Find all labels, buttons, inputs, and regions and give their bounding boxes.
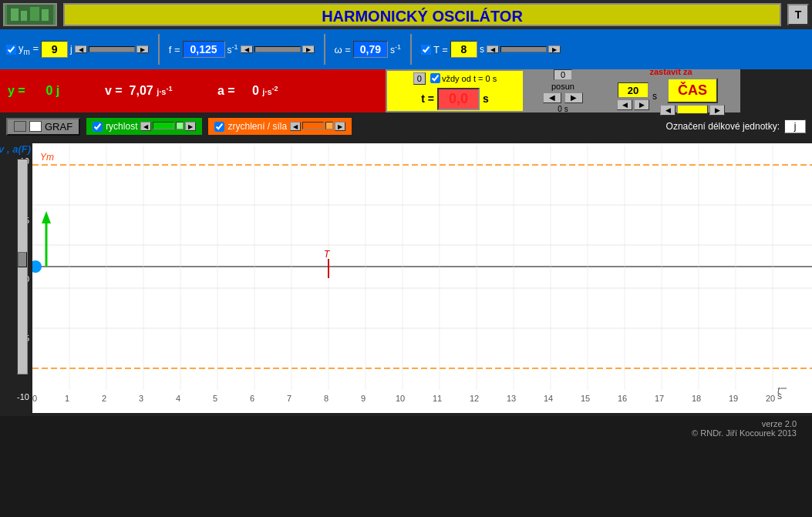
omega-unit: s-1 — [390, 43, 401, 55]
x-17: 17 — [655, 394, 664, 403]
stop-unit: s — [652, 91, 657, 102]
accel-slider[interactable] — [302, 122, 324, 129]
status-left: y = 0 j v = 7,07 j·s-1 a = 0 j·s-2 — [0, 69, 386, 112]
T-left-btn[interactable]: ◀ — [487, 45, 499, 53]
graph-container: Ym T 0 1 2 3 4 5 6 7 8 9 10 11 12 13 14 … — [32, 143, 812, 413]
x-5: 5 — [213, 394, 217, 403]
accel-left-btn[interactable]: ◀ — [290, 122, 301, 131]
accel-color-btn[interactable] — [325, 122, 333, 129]
f-right-btn[interactable]: ▶ — [302, 45, 315, 53]
ym-left-btn[interactable]: ◀ — [75, 45, 87, 53]
accel-right-btn[interactable]: ▶ — [335, 122, 345, 131]
cas-arrows: ◀ ▶ — [660, 105, 725, 116]
reset-row: 0 vždy od t = 0 s — [413, 72, 497, 85]
time-section: 0 vždy od t = 0 s t = 0,0 s — [386, 69, 524, 112]
omega-value[interactable]: 0,79 — [353, 41, 388, 58]
y-slider-track[interactable] — [17, 159, 28, 374]
time-display: t = 0,0 s — [421, 88, 489, 110]
f-slider[interactable] — [254, 46, 301, 52]
v-display: v = 7,07 j·s-1 — [105, 84, 205, 98]
x-12: 12 — [470, 394, 479, 403]
graf-label: GRAF — [45, 121, 72, 133]
speed-checkbox[interactable] — [93, 122, 103, 132]
T-controls: ◀ ▶ — [487, 45, 561, 53]
y-unit: j — [56, 84, 59, 97]
x-8: 8 — [324, 394, 329, 403]
cas-right-btn[interactable]: ▶ — [709, 105, 725, 116]
stop-arrows: ◀ ▶ — [617, 99, 649, 110]
T-slider[interactable] — [500, 46, 547, 52]
speed-left-btn[interactable]: ◀ — [140, 122, 151, 131]
ym-checkbox-group — [6, 45, 16, 55]
T-checkbox[interactable] — [421, 45, 431, 55]
ym-unit: j — [70, 44, 72, 55]
accel-label: zrychlení / síla — [227, 121, 287, 132]
T-checkbox-group — [421, 45, 431, 55]
f-value[interactable]: 0,125 — [183, 41, 225, 58]
graph-area: y, v , a(F) 10 5 0 -5 -10 — [0, 140, 812, 416]
x-20: 20 — [766, 394, 775, 403]
graph-controls: GRAF rychlost ◀ ▶ zrychlení / síla ◀ ▶ O… — [0, 112, 812, 140]
cas-controls: ČAS ◀ ▶ — [660, 78, 725, 116]
speed-label: rychlost — [106, 121, 137, 132]
a-unit: j·s-2 — [262, 87, 278, 96]
v-value: 7,07 — [130, 84, 153, 97]
version-text: verze 2.0 — [15, 419, 797, 428]
T-value[interactable]: 8 — [450, 41, 477, 58]
posun-right-btn[interactable]: ▶ — [564, 92, 583, 103]
header: HARMONICKÝ OSCILÁTOR T — [0, 0, 812, 29]
x-0: 0 — [32, 394, 37, 403]
accel-checkbox[interactable] — [214, 122, 224, 132]
posun-left-btn[interactable]: ◀ — [543, 92, 561, 103]
speed-arrows: ◀ ▶ — [140, 122, 196, 131]
T-right-btn[interactable]: ▶ — [548, 45, 561, 53]
a-display: a = 0 j·s-2 — [217, 84, 318, 98]
x-11: 11 — [433, 394, 442, 403]
unit-input[interactable] — [784, 119, 806, 133]
t-button[interactable]: T — [787, 4, 809, 25]
ym-controls: ◀ ▶ — [75, 45, 149, 53]
x-18: 18 — [692, 394, 701, 403]
cas-button[interactable]: ČAS — [667, 78, 718, 103]
x-10: 10 — [396, 394, 405, 403]
speed-right-btn[interactable]: ▶ — [185, 122, 196, 131]
x-2: 2 — [102, 394, 106, 403]
T-group: T = 8 s ◀ ▶ — [421, 41, 561, 58]
ym-label: ym = — [19, 42, 39, 56]
unit-label-section: Označení délkové jednotky: — [666, 119, 806, 133]
ym-slider[interactable] — [89, 46, 135, 52]
ym-checkbox[interactable] — [6, 45, 16, 55]
graph-y-title: y, v , a(F) — [0, 143, 32, 155]
cas-left-btn[interactable]: ◀ — [660, 105, 676, 116]
stop-label: zastavit za — [649, 67, 692, 76]
always-checkbox[interactable] — [430, 73, 440, 83]
ym-right-btn[interactable]: ▶ — [136, 45, 149, 53]
f-unit: s-1 — [227, 43, 238, 55]
copyright-text: © RNDr. Jiří Kocourek 2013 — [15, 428, 797, 438]
T-label: T = — [433, 44, 448, 55]
stop-right-btn[interactable]: ▶ — [634, 99, 649, 110]
x-6: 6 — [250, 394, 254, 403]
y-neg10: -10 — [17, 392, 29, 401]
ym-value[interactable]: 9 — [41, 41, 68, 58]
reset-button[interactable]: 0 — [413, 72, 426, 85]
graf-button[interactable]: GRAF — [6, 118, 80, 136]
x-1: 1 — [65, 394, 69, 403]
x-9: 9 — [361, 394, 366, 403]
T-marker-label: T — [324, 249, 331, 260]
stop-value[interactable]: 20 — [618, 82, 649, 98]
x-3: 3 — [139, 394, 143, 403]
speed-color-btn[interactable] — [176, 122, 184, 129]
y-slider-thumb[interactable] — [18, 252, 27, 267]
speed-slider[interactable] — [153, 122, 174, 129]
f-left-btn[interactable]: ◀ — [241, 45, 253, 53]
stop-left-btn[interactable]: ◀ — [617, 99, 632, 110]
cas-slider[interactable] — [677, 105, 708, 114]
a-value: 0 — [252, 84, 259, 97]
stop-row: 20 ◀ ▶ s ČAS ◀ ▶ — [617, 78, 725, 116]
status-row: y = 0 j v = 7,07 j·s-1 a = 0 j·s-2 0 vžd… — [0, 69, 812, 112]
footer: verze 2.0 © RNDr. Jiří Kocourek 2013 — [0, 416, 812, 441]
divider-2 — [324, 34, 325, 65]
f-label: f = — [169, 44, 180, 55]
graf-color-white — [29, 121, 42, 132]
